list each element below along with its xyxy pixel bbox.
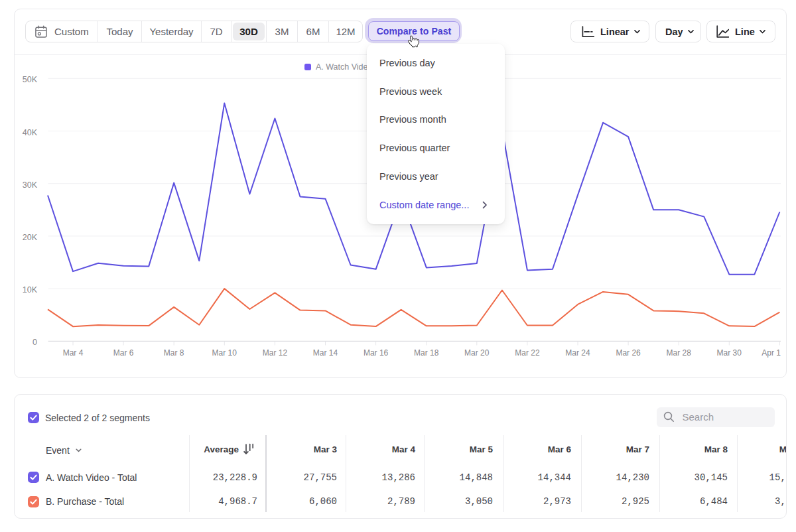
svg-text:Mar 22: Mar 22 [515, 348, 540, 358]
svg-text:Mar 8: Mar 8 [164, 348, 184, 358]
svg-text:Mar 30: Mar 30 [717, 348, 742, 358]
svg-text:40K: 40K [23, 128, 38, 137]
svg-text:Mar 28: Mar 28 [667, 348, 692, 358]
svg-text:Mar 12: Mar 12 [263, 348, 288, 358]
svg-text:Mar 10: Mar 10 [212, 348, 237, 358]
svg-text:50K: 50K [23, 75, 38, 84]
svg-text:Mar 6: Mar 6 [113, 348, 134, 358]
svg-text:0: 0 [33, 338, 37, 347]
svg-text:Mar 16: Mar 16 [364, 348, 389, 358]
svg-text:Mar 4: Mar 4 [63, 348, 84, 358]
svg-text:Mar 18: Mar 18 [414, 348, 439, 358]
svg-text:Mar 24: Mar 24 [565, 348, 590, 358]
svg-text:20K: 20K [23, 233, 38, 242]
svg-text:10K: 10K [23, 285, 38, 295]
svg-text:Mar 14: Mar 14 [313, 348, 338, 358]
svg-text:Mar 26: Mar 26 [616, 348, 641, 358]
svg-text:Apr 1: Apr 1 [762, 348, 781, 358]
svg-text:Mar 20: Mar 20 [464, 348, 490, 358]
svg-text:30K: 30K [23, 180, 38, 190]
